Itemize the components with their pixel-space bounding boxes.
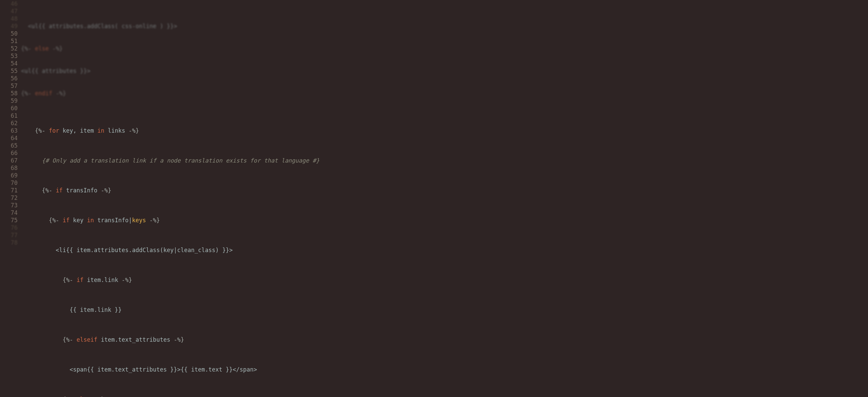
code-line[interactable]: {%- if item.link -%} xyxy=(21,276,868,284)
code-line-blurred: {%- endif -%} xyxy=(21,90,868,97)
line-number: 62 xyxy=(0,119,18,127)
code-editor[interactable]: 46 47 48 49 50 51 52 53 54 55 56 57 58 5… xyxy=(0,0,868,397)
line-number: 48 xyxy=(0,15,18,22)
code-line[interactable]: {%- else -%} xyxy=(21,396,868,397)
line-number: 46 xyxy=(0,0,18,7)
code-line-blurred: <ul{{ attributes }}> xyxy=(21,67,868,75)
line-number: 66 xyxy=(0,149,18,157)
line-number: 77 xyxy=(0,231,18,239)
line-number: 74 xyxy=(0,209,18,216)
line-number: 54 xyxy=(0,60,18,67)
code-line[interactable]: {%- if transInfo -%} xyxy=(21,187,868,194)
line-number: 56 xyxy=(0,75,18,82)
line-number: 51 xyxy=(0,37,18,45)
code-line[interactable]: {{ item.link }} xyxy=(21,306,868,314)
code-line[interactable]: {%- elseif item.text_attributes -%} xyxy=(21,336,868,343)
code-pane[interactable]: <ul{{ attributes.addClass( css-online ) … xyxy=(21,0,868,397)
code-line[interactable]: {# Only add a translation link if a node… xyxy=(21,157,868,164)
line-number: 50 xyxy=(0,30,18,37)
line-number: 69 xyxy=(0,172,18,179)
line-number: 76 xyxy=(0,224,18,231)
line-number: 61 xyxy=(0,112,18,119)
line-number-gutter: 46 47 48 49 50 51 52 53 54 55 56 57 58 5… xyxy=(0,0,21,397)
line-number: 52 xyxy=(0,45,18,52)
line-number: 53 xyxy=(0,52,18,60)
line-number: 60 xyxy=(0,105,18,112)
line-number: 55 xyxy=(0,67,18,75)
line-number: 63 xyxy=(0,127,18,134)
code-line[interactable]: <span{{ item.text_attributes }}>{{ item.… xyxy=(21,366,868,373)
line-number: 65 xyxy=(0,142,18,149)
line-number: 64 xyxy=(0,134,18,142)
code-line-blurred: {%- else -%} xyxy=(21,45,868,52)
line-number: 71 xyxy=(0,187,18,194)
code-line[interactable]: {%- if key in transInfo|keys -%} xyxy=(21,216,868,224)
line-number: 75 xyxy=(0,216,18,224)
line-number: 57 xyxy=(0,82,18,90)
line-number: 72 xyxy=(0,194,18,202)
line-number: 59 xyxy=(0,97,18,105)
code-line-blurred: <ul{{ attributes.addClass( css-online ) … xyxy=(21,22,868,30)
line-number: 73 xyxy=(0,202,18,209)
line-number: 78 xyxy=(0,239,18,246)
line-number: 68 xyxy=(0,164,18,172)
line-number: 67 xyxy=(0,157,18,164)
line-number: 49 xyxy=(0,22,18,30)
line-number: 70 xyxy=(0,179,18,187)
code-line[interactable]: <li{{ item.attributes.addClass(key|clean… xyxy=(21,246,868,254)
code-line[interactable]: {%- for key, item in links -%} xyxy=(21,127,868,134)
line-number: 47 xyxy=(0,7,18,15)
line-number: 58 xyxy=(0,90,18,97)
